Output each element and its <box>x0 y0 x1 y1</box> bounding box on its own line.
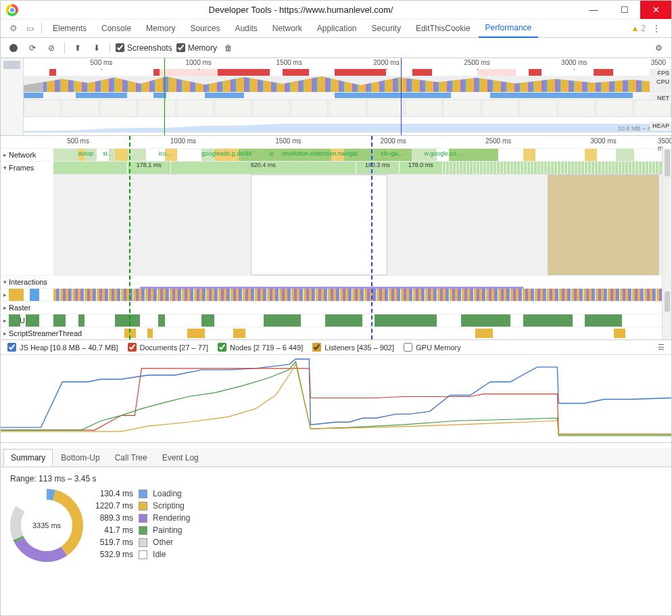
separator <box>110 43 110 53</box>
overview-heap: 10.8 MB – 40.7 MB <box>24 118 671 133</box>
device-toggle-icon[interactable]: ▭ <box>22 21 37 36</box>
screenshots-checkbox[interactable]: Screenshots <box>116 43 172 53</box>
overview-label-net: NET <box>650 94 671 103</box>
legend-jsheap[interactable]: JS Heap [10.8 MB – 40.7 MB] <box>7 343 118 352</box>
frames-filmstrip <box>53 174 671 275</box>
marker-load <box>164 58 165 135</box>
tab-network[interactable]: Network <box>266 20 309 38</box>
marker-load <box>129 136 130 339</box>
tab-bottomup[interactable]: Bottom-Up <box>54 450 106 466</box>
legend-listeners[interactable]: Listeners [435 – 902] <box>312 343 394 352</box>
legend-documents[interactable]: Documents [27 – 77] <box>128 343 209 352</box>
overview-ruler: 500 ms 1000 ms 1500 ms 2000 ms 2500 ms 3… <box>24 58 671 69</box>
tab-elements[interactable]: Elements <box>46 20 93 38</box>
details-tabs: Summary Bottom-Up Call Tree Event Log <box>1 448 671 467</box>
tab-console[interactable]: Console <box>95 20 138 38</box>
track-interactions[interactable]: Interactions Animation <box>1 275 671 288</box>
tab-application[interactable]: Application <box>310 20 364 38</box>
tab-security[interactable]: Security <box>365 20 408 38</box>
load-profile-icon[interactable]: ⬆ <box>70 41 85 55</box>
tab-eventlog[interactable]: Event Log <box>155 450 206 466</box>
warning-icon: ▲ <box>631 24 639 33</box>
summary-total: 3335 ms <box>29 508 64 543</box>
separator <box>64 43 65 53</box>
chrome-icon <box>6 4 18 16</box>
overview-label-heap: HEAP <box>650 122 671 131</box>
scrollbar-v[interactable] <box>662 148 671 339</box>
tab-performance[interactable]: Performance <box>479 20 539 38</box>
save-profile-icon[interactable]: ⬇ <box>89 41 104 55</box>
track-gpu[interactable]: GPU <box>1 314 671 327</box>
track-scriptstreamer[interactable]: ScriptStreamerThread <box>1 327 671 339</box>
marker-dcl <box>401 58 402 135</box>
overview-panel[interactable]: 500 ms 1000 ms 1500 ms 2000 ms 2500 ms 3… <box>1 58 671 136</box>
tab-editthiscookie[interactable]: EditThisCookie <box>409 20 477 38</box>
devtools-tabs: ⯐ ▭ Elements Console Memory Sources Audi… <box>1 20 671 38</box>
window-title: Developer Tools - https://www.humanlevel… <box>24 5 578 15</box>
memory-checkbox[interactable]: Memory <box>176 43 217 53</box>
overview-cpu <box>24 76 671 92</box>
sidebar-toggle-icon[interactable]: ☰ <box>658 343 665 352</box>
overview-label-cpu: CPU <box>650 78 671 94</box>
settings-icon[interactable]: ⚙ <box>651 41 666 55</box>
summary-legend: 130.4 msLoading1220.7 msScripting889.3 m… <box>95 489 190 559</box>
tab-summary[interactable]: Summary <box>3 449 53 467</box>
marker-dcl <box>371 136 373 339</box>
record-button[interactable] <box>6 41 21 55</box>
tab-audits[interactable]: Audits <box>228 20 264 38</box>
memory-legend: JS Heap [10.8 MB – 40.7 MB] Documents [2… <box>1 340 671 355</box>
garbage-collect-icon[interactable]: 🗑 <box>221 41 236 55</box>
close-button[interactable]: ✕ <box>640 1 671 19</box>
more-icon[interactable]: ⋮ <box>652 24 661 33</box>
track-frames[interactable]: Frames 178.1 ms 820.4 ms 180.3 ms 178.0 … <box>1 161 671 174</box>
summary-donut: 3335 ms <box>10 489 83 562</box>
legend-gpu[interactable]: GPU Memory <box>404 343 461 352</box>
memory-chart[interactable] <box>1 355 671 443</box>
minimize-button[interactable]: — <box>578 1 609 19</box>
legend-nodes[interactable]: Nodes [2 719 – 6 449] <box>218 343 303 352</box>
tab-sources[interactable]: Sources <box>183 20 226 38</box>
overview-filmstrip <box>24 99 671 118</box>
window-titlebar: Developer Tools - https://www.humanlevel… <box>1 1 671 20</box>
inspect-icon[interactable]: ⯐ <box>6 21 21 36</box>
overview-label-fps: FPS <box>650 69 671 78</box>
summary-range: Range: 113 ms – 3.45 s <box>10 474 662 483</box>
track-raster[interactable]: Raster <box>1 301 671 314</box>
perf-toolbar: ⟳ ⊘ ⬆ ⬇ Screenshots Memory 🗑 ⚙ <box>1 38 671 58</box>
maximize-button[interactable]: ☐ <box>609 1 640 19</box>
reload-button[interactable]: ⟳ <box>25 41 40 55</box>
track-ruler: 500 ms 1000 ms 1500 ms 2000 ms 2500 ms 3… <box>53 136 671 148</box>
track-network[interactable]: Network autop st… ico… googleads.g.doubl… <box>1 148 671 161</box>
track-main[interactable]: Main <box>1 288 671 301</box>
clear-button[interactable]: ⊘ <box>44 41 59 55</box>
tab-calltree[interactable]: Call Tree <box>108 450 154 466</box>
overview-gutter <box>1 58 24 135</box>
warning-badge[interactable]: ▲2 <box>631 24 646 33</box>
tab-memory[interactable]: Memory <box>139 20 182 38</box>
overview-net <box>24 92 671 99</box>
flame-chart[interactable]: 500 ms 1000 ms 1500 ms 2000 ms 2500 ms 3… <box>1 136 671 340</box>
summary-panel: Range: 113 ms – 3.45 s 3335 ms 130.4 msL… <box>1 467 671 569</box>
separator <box>41 23 42 34</box>
